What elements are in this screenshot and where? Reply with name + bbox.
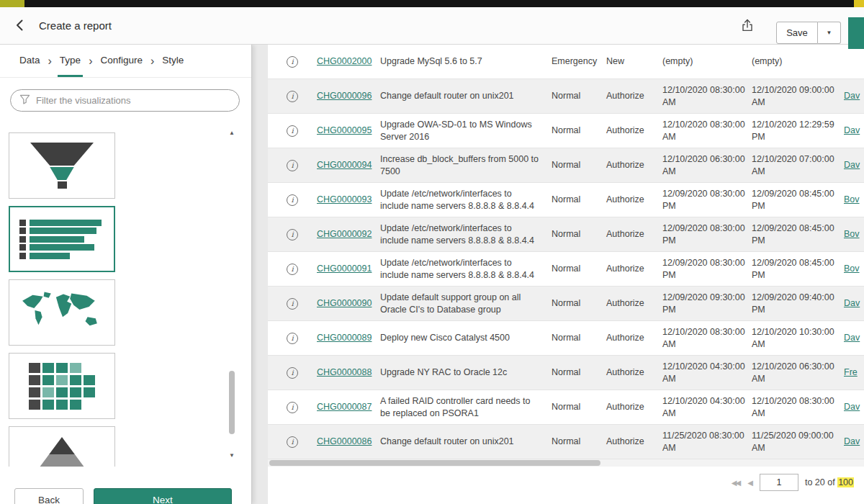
scroll-up-arrow-icon[interactable]: ▲ <box>228 130 235 137</box>
viz-thumbnail-funnel-chart[interactable] <box>9 132 115 199</box>
next-step-button[interactable]: Next <box>94 488 232 504</box>
assigned-to-link[interactable]: Dav <box>844 402 860 412</box>
assigned-to-link[interactable]: Dav <box>844 333 860 343</box>
info-icon[interactable]: i <box>287 298 298 310</box>
assigned-to-link-cell: Dav <box>844 90 864 102</box>
step-data[interactable]: Data <box>17 45 42 77</box>
step-configure[interactable]: Configure <box>98 45 145 77</box>
change-number-link[interactable]: CHG0000090 <box>317 298 372 308</box>
assigned-to-link[interactable]: Bov <box>844 264 860 274</box>
info-icon[interactable]: i <box>287 402 298 413</box>
table-row: iCHG0000089Deploy new Cisco Catalyst 450… <box>268 321 864 356</box>
info-cell: i <box>268 402 317 413</box>
total-count-highlighted: 100 <box>837 477 854 487</box>
change-number-link[interactable]: CHG0000089 <box>317 333 372 343</box>
info-icon[interactable]: i <box>287 333 298 344</box>
visualization-filter <box>10 89 240 112</box>
scrollbar-thumb[interactable] <box>229 371 235 434</box>
start-date-value: 11/25/2020 08:30:00 AM <box>662 430 752 454</box>
priority-value: Normal <box>552 436 606 448</box>
visualization-filter-input[interactable] <box>36 95 230 106</box>
change-number-link[interactable]: CHG0000088 <box>317 367 372 377</box>
change-number-link[interactable]: CHG0000086 <box>317 436 372 446</box>
info-icon[interactable]: i <box>287 91 298 102</box>
page-number-input[interactable] <box>760 474 798 491</box>
previous-page-button[interactable]: ◀ <box>747 479 753 487</box>
end-date-value: 12/09/2020 08:45:00 PM <box>752 188 844 212</box>
change-number-link[interactable]: CHG0000092 <box>317 229 372 239</box>
short-description: Update /etc/network/interfaces to includ… <box>380 188 552 212</box>
info-cell: i <box>268 56 317 68</box>
horizontal-scrollbar-thumb[interactable] <box>269 460 600 466</box>
end-date-value: 12/10/2020 10:30:00 AM <box>752 326 844 351</box>
change-number-link[interactable]: CHG0000091 <box>317 264 372 274</box>
change-number-link-cell: CHG0000092 <box>317 228 380 240</box>
info-cell: i <box>268 91 317 102</box>
back-button[interactable] <box>12 18 29 35</box>
funnel-filter-icon <box>19 94 30 107</box>
change-number-link[interactable]: CHG0000094 <box>317 160 372 170</box>
viz-thumbnail-world-map[interactable] <box>9 279 115 346</box>
info-cell: i <box>268 298 317 310</box>
state-value: Authorize <box>606 263 662 275</box>
end-date-value: 12/10/2020 12:29:59 PM <box>752 119 844 143</box>
assigned-to-link-cell: Fre <box>844 366 864 379</box>
assigned-to-link[interactable]: Dav <box>844 436 860 446</box>
first-page-button[interactable]: ◀◀ <box>732 479 741 487</box>
start-date-value: 12/10/2020 08:30:00 AM <box>662 119 752 143</box>
short-description: Change default router on unix201 <box>380 90 552 102</box>
short-description: A failed RAID controller card needs to b… <box>380 395 552 420</box>
info-icon[interactable]: i <box>287 264 298 275</box>
assigned-to-link[interactable]: Dav <box>844 125 860 135</box>
change-number-link[interactable]: CHG0002000 <box>317 56 372 66</box>
back-step-button[interactable]: Back <box>14 488 84 504</box>
viz-thumbnail-pyramid[interactable] <box>9 426 115 467</box>
save-dropdown-button[interactable]: ▼ <box>818 22 841 44</box>
short-description: Update /etc/network/interfaces to includ… <box>380 222 552 247</box>
assigned-to-link[interactable]: Fre <box>844 367 858 377</box>
info-icon[interactable]: i <box>287 194 298 206</box>
info-icon[interactable]: i <box>287 125 298 137</box>
change-number-link-cell: CHG0000086 <box>317 436 380 448</box>
top-strip <box>0 0 864 7</box>
save-button[interactable]: Save <box>776 22 818 44</box>
info-cell: i <box>268 194 317 206</box>
info-icon[interactable]: i <box>287 56 298 68</box>
table-horizontal-scrollbar <box>268 459 864 467</box>
start-date-value: 12/10/2020 04:30:00 AM <box>662 361 752 385</box>
start-date-value: 12/09/2020 08:30:00 PM <box>662 188 752 212</box>
table-row: iCHG0000086Change default router on unix… <box>268 425 864 459</box>
info-icon[interactable]: i <box>287 436 298 448</box>
info-icon[interactable]: i <box>287 367 298 379</box>
assigned-to-link-cell: Bov <box>844 263 864 275</box>
scroll-down-arrow-icon[interactable]: ▼ <box>228 452 235 459</box>
assigned-to-link[interactable]: Bov <box>844 229 860 239</box>
info-icon[interactable]: i <box>287 229 298 240</box>
start-date-value: (empty) <box>662 55 752 68</box>
table-row: iCHG0000095Upgrade OWA-SD-01 to MS Windo… <box>268 114 864 148</box>
end-date-value: 12/09/2020 08:45:00 PM <box>752 257 844 282</box>
info-icon[interactable]: i <box>287 160 298 171</box>
assigned-to-link-cell: Bov <box>844 194 864 206</box>
assigned-to-link[interactable]: Bov <box>844 194 860 204</box>
header-corner-button[interactable] <box>848 17 864 49</box>
share-button[interactable] <box>739 18 756 35</box>
viz-thumbnail-bar-list[interactable] <box>9 206 115 272</box>
step-type[interactable]: Type <box>58 45 83 77</box>
state-value: Authorize <box>606 297 662 310</box>
assigned-to-link[interactable]: Dav <box>844 91 860 101</box>
info-cell: i <box>268 367 317 379</box>
change-number-link[interactable]: CHG0000095 <box>317 125 372 135</box>
change-number-link[interactable]: CHG0000096 <box>317 91 372 101</box>
start-date-value: 12/10/2020 04:30:00 AM <box>662 395 752 420</box>
start-date-value: 12/09/2020 09:30:00 PM <box>662 292 752 316</box>
step-style[interactable]: Style <box>160 45 186 77</box>
assigned-to-link[interactable]: Dav <box>844 160 860 170</box>
change-number-link[interactable]: CHG0000093 <box>317 194 372 204</box>
short-description: Upgrade OWA-SD-01 to MS Windows Server 2… <box>380 119 552 143</box>
state-value: Authorize <box>606 228 662 240</box>
change-number-link[interactable]: CHG0000087 <box>317 402 372 412</box>
assigned-to-link[interactable]: Dav <box>844 298 860 308</box>
change-number-link-cell: CHG0002000 <box>317 55 380 68</box>
viz-thumbnail-heatmap[interactable] <box>9 353 115 419</box>
